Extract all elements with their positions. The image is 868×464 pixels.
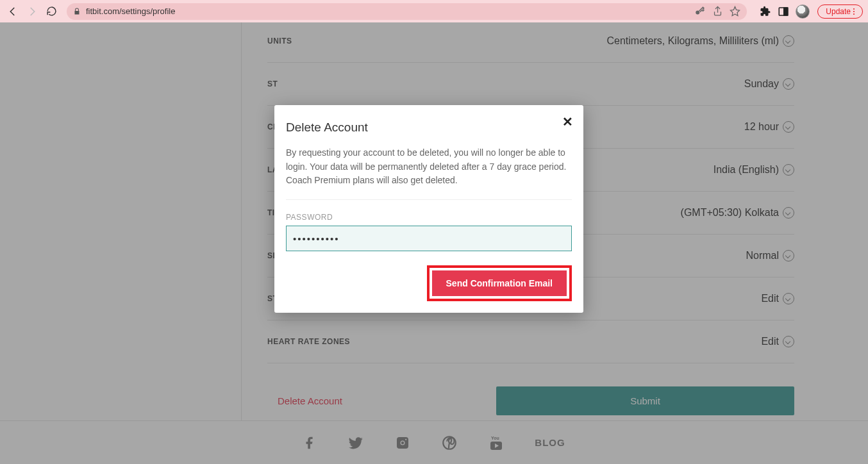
modal-body-text: By requesting your account to be deleted…	[286, 146, 572, 200]
menu-dots-icon	[853, 8, 855, 15]
page-wrap: UNITS Centimeters, Kilograms, Milliliter…	[0, 22, 868, 464]
share-icon[interactable]	[712, 6, 723, 17]
password-label: PASSWORD	[286, 213, 572, 222]
send-confirmation-button[interactable]: Send Confirmation Email	[432, 270, 567, 296]
update-button[interactable]: Update	[817, 4, 863, 19]
extensions-icon[interactable]	[760, 6, 771, 17]
reload-button[interactable]	[44, 4, 59, 19]
url-text: fitbit.com/settings/profile	[86, 6, 689, 16]
svg-point-0	[696, 10, 700, 14]
lock-icon	[73, 7, 81, 16]
modal-title: Delete Account	[286, 120, 572, 135]
highlight-annotation: Send Confirmation Email	[427, 265, 572, 301]
extension-icons	[760, 4, 810, 19]
panel-icon[interactable]	[778, 6, 789, 17]
delete-account-modal: ✕ Delete Account By requesting your acco…	[274, 105, 583, 313]
password-input[interactable]	[286, 226, 572, 251]
forward-button[interactable]	[24, 4, 40, 19]
profile-avatar[interactable]	[796, 4, 810, 19]
star-icon[interactable]	[730, 6, 740, 17]
update-label: Update	[826, 7, 851, 16]
browser-toolbar: fitbit.com/settings/profile Update	[0, 0, 868, 22]
address-bar-icons	[694, 6, 740, 17]
back-button[interactable]	[5, 4, 21, 19]
address-bar[interactable]: fitbit.com/settings/profile	[67, 3, 747, 20]
key-icon[interactable]	[694, 6, 706, 17]
svg-rect-2	[784, 8, 788, 15]
close-icon[interactable]: ✕	[562, 114, 573, 129]
